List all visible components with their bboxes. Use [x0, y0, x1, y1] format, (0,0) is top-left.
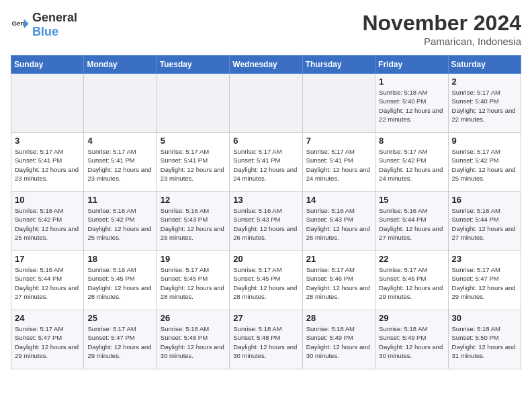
day-detail: Sunrise: 5:17 AM Sunset: 5:41 PM Dayligh… — [306, 147, 371, 183]
day-detail: Sunrise: 5:17 AM Sunset: 5:46 PM Dayligh… — [379, 265, 444, 301]
table-row: 23Sunrise: 5:17 AM Sunset: 5:47 PM Dayli… — [448, 251, 521, 310]
day-detail: Sunrise: 5:18 AM Sunset: 5:48 PM Dayligh… — [233, 324, 298, 360]
header-friday: Friday — [375, 56, 448, 74]
table-row: 8Sunrise: 5:17 AM Sunset: 5:42 PM Daylig… — [375, 133, 448, 192]
table-row: 18Sunrise: 5:16 AM Sunset: 5:45 PM Dayli… — [84, 251, 157, 310]
table-row: 22Sunrise: 5:17 AM Sunset: 5:46 PM Dayli… — [375, 251, 448, 310]
day-detail: Sunrise: 5:17 AM Sunset: 5:42 PM Dayligh… — [379, 147, 444, 183]
day-number: 19 — [161, 254, 226, 264]
header-monday: Monday — [84, 56, 157, 74]
day-number: 6 — [233, 136, 298, 146]
table-row — [11, 74, 84, 133]
title-block: November 2024 Pamarican, Indonesia — [362, 11, 521, 47]
table-row — [230, 74, 302, 133]
table-row: 26Sunrise: 5:18 AM Sunset: 5:48 PM Dayli… — [157, 310, 229, 369]
day-number: 13 — [233, 195, 298, 205]
day-detail: Sunrise: 5:16 AM Sunset: 5:44 PM Dayligh… — [452, 206, 517, 242]
table-row: 28Sunrise: 5:18 AM Sunset: 5:49 PM Dayli… — [302, 310, 375, 369]
logo-blue: Blue — [32, 25, 58, 38]
table-row — [302, 74, 375, 133]
day-detail: Sunrise: 5:17 AM Sunset: 5:41 PM Dayligh… — [87, 147, 152, 183]
table-row: 25Sunrise: 5:17 AM Sunset: 5:47 PM Dayli… — [84, 310, 157, 369]
day-number: 24 — [15, 313, 80, 323]
day-detail: Sunrise: 5:18 AM Sunset: 5:40 PM Dayligh… — [379, 88, 444, 124]
table-row: 27Sunrise: 5:18 AM Sunset: 5:48 PM Dayli… — [230, 310, 302, 369]
week-row-5: 24Sunrise: 5:17 AM Sunset: 5:47 PM Dayli… — [11, 310, 521, 369]
day-number: 8 — [379, 136, 444, 146]
day-detail: Sunrise: 5:16 AM Sunset: 5:43 PM Dayligh… — [233, 206, 298, 242]
table-row: 21Sunrise: 5:17 AM Sunset: 5:46 PM Dayli… — [302, 251, 375, 310]
table-row: 11Sunrise: 5:16 AM Sunset: 5:42 PM Dayli… — [84, 192, 157, 251]
table-row: 9Sunrise: 5:17 AM Sunset: 5:42 PM Daylig… — [448, 133, 521, 192]
logo: Gen General Blue — [11, 11, 77, 39]
table-row: 13Sunrise: 5:16 AM Sunset: 5:43 PM Dayli… — [230, 192, 302, 251]
table-row: 15Sunrise: 5:16 AM Sunset: 5:44 PM Dayli… — [375, 192, 448, 251]
table-row: 7Sunrise: 5:17 AM Sunset: 5:41 PM Daylig… — [302, 133, 375, 192]
day-number: 29 — [379, 313, 444, 323]
day-detail: Sunrise: 5:18 AM Sunset: 5:50 PM Dayligh… — [452, 324, 517, 360]
table-row: 16Sunrise: 5:16 AM Sunset: 5:44 PM Dayli… — [448, 192, 521, 251]
table-row: 24Sunrise: 5:17 AM Sunset: 5:47 PM Dayli… — [11, 310, 84, 369]
day-detail: Sunrise: 5:17 AM Sunset: 5:45 PM Dayligh… — [161, 265, 226, 301]
week-row-2: 3Sunrise: 5:17 AM Sunset: 5:41 PM Daylig… — [11, 133, 521, 192]
day-number: 20 — [233, 254, 298, 264]
day-number: 1 — [379, 77, 444, 87]
table-row: 29Sunrise: 5:18 AM Sunset: 5:49 PM Dayli… — [375, 310, 448, 369]
day-number: 23 — [452, 254, 517, 264]
table-row: 3Sunrise: 5:17 AM Sunset: 5:41 PM Daylig… — [11, 133, 84, 192]
logo-icon: Gen — [11, 15, 30, 34]
page-header: Gen General Blue November 2024 Pamarican… — [11, 11, 521, 47]
day-detail: Sunrise: 5:16 AM Sunset: 5:42 PM Dayligh… — [87, 206, 152, 242]
day-detail: Sunrise: 5:16 AM Sunset: 5:42 PM Dayligh… — [15, 206, 80, 242]
day-number: 9 — [452, 136, 517, 146]
header-tuesday: Tuesday — [157, 56, 229, 74]
day-detail: Sunrise: 5:17 AM Sunset: 5:45 PM Dayligh… — [233, 265, 298, 301]
day-number: 16 — [452, 195, 517, 205]
day-detail: Sunrise: 5:18 AM Sunset: 5:48 PM Dayligh… — [161, 324, 226, 360]
day-number: 25 — [87, 313, 152, 323]
day-number: 5 — [161, 136, 226, 146]
day-number: 15 — [379, 195, 444, 205]
day-detail: Sunrise: 5:17 AM Sunset: 5:42 PM Dayligh… — [452, 147, 517, 183]
day-detail: Sunrise: 5:18 AM Sunset: 5:49 PM Dayligh… — [379, 324, 444, 360]
table-row: 30Sunrise: 5:18 AM Sunset: 5:50 PM Dayli… — [448, 310, 521, 369]
day-number: 7 — [306, 136, 371, 146]
weekday-header-row: Sunday Monday Tuesday Wednesday Thursday… — [11, 56, 521, 74]
day-detail: Sunrise: 5:17 AM Sunset: 5:40 PM Dayligh… — [452, 88, 517, 124]
svg-marker-1 — [24, 19, 29, 29]
day-detail: Sunrise: 5:17 AM Sunset: 5:41 PM Dayligh… — [161, 147, 226, 183]
day-detail: Sunrise: 5:16 AM Sunset: 5:43 PM Dayligh… — [306, 206, 371, 242]
day-detail: Sunrise: 5:18 AM Sunset: 5:49 PM Dayligh… — [306, 324, 371, 360]
day-number: 17 — [15, 254, 80, 264]
table-row — [157, 74, 229, 133]
day-number: 12 — [161, 195, 226, 205]
header-saturday: Saturday — [448, 56, 521, 74]
table-row: 14Sunrise: 5:16 AM Sunset: 5:43 PM Dayli… — [302, 192, 375, 251]
month-title: November 2024 — [362, 11, 521, 36]
logo-general: General — [32, 11, 77, 24]
day-detail: Sunrise: 5:16 AM Sunset: 5:44 PM Dayligh… — [379, 206, 444, 242]
table-row — [84, 74, 157, 133]
day-number: 14 — [306, 195, 371, 205]
header-thursday: Thursday — [302, 56, 375, 74]
calendar-table: Sunday Monday Tuesday Wednesday Thursday… — [11, 55, 521, 369]
day-number: 27 — [233, 313, 298, 323]
table-row: 19Sunrise: 5:17 AM Sunset: 5:45 PM Dayli… — [157, 251, 229, 310]
week-row-3: 10Sunrise: 5:16 AM Sunset: 5:42 PM Dayli… — [11, 192, 521, 251]
day-detail: Sunrise: 5:17 AM Sunset: 5:41 PM Dayligh… — [233, 147, 298, 183]
day-number: 3 — [15, 136, 80, 146]
location-title: Pamarican, Indonesia — [362, 36, 521, 47]
day-number: 30 — [452, 313, 517, 323]
day-detail: Sunrise: 5:17 AM Sunset: 5:47 PM Dayligh… — [87, 324, 152, 360]
header-sunday: Sunday — [11, 56, 84, 74]
day-detail: Sunrise: 5:17 AM Sunset: 5:47 PM Dayligh… — [452, 265, 517, 301]
table-row: 20Sunrise: 5:17 AM Sunset: 5:45 PM Dayli… — [230, 251, 302, 310]
day-detail: Sunrise: 5:16 AM Sunset: 5:43 PM Dayligh… — [161, 206, 226, 242]
table-row: 10Sunrise: 5:16 AM Sunset: 5:42 PM Dayli… — [11, 192, 84, 251]
day-detail: Sunrise: 5:17 AM Sunset: 5:46 PM Dayligh… — [306, 265, 371, 301]
week-row-1: 1Sunrise: 5:18 AM Sunset: 5:40 PM Daylig… — [11, 74, 521, 133]
table-row: 2Sunrise: 5:17 AM Sunset: 5:40 PM Daylig… — [448, 74, 521, 133]
day-number: 2 — [452, 77, 517, 87]
day-number: 21 — [306, 254, 371, 264]
table-row: 1Sunrise: 5:18 AM Sunset: 5:40 PM Daylig… — [375, 74, 448, 133]
